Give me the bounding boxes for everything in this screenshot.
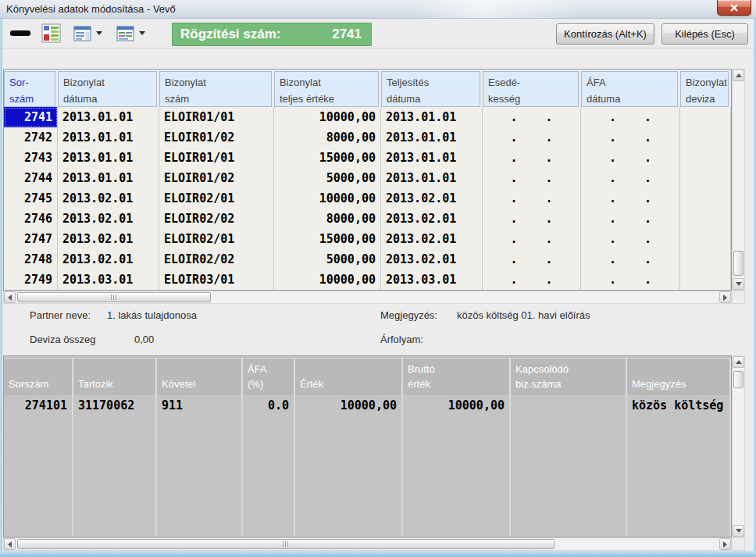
grid-cell[interactable]: . .	[581, 209, 680, 229]
scroll-down-button[interactable]	[733, 278, 744, 290]
grid-cell[interactable]	[680, 188, 731, 209]
grid-cell[interactable]: 10000,00	[403, 395, 511, 416]
window-list-dropdown-icon[interactable]	[96, 31, 102, 35]
grid-cell[interactable]: 10000,00	[274, 188, 381, 209]
main-grid-hscrollbar[interactable]	[3, 291, 732, 304]
grid-cell[interactable]: 274101	[4, 395, 73, 416]
grid-cell[interactable]: . .	[483, 209, 581, 229]
window-list-toolbar-button[interactable]	[72, 23, 93, 45]
main-grid-row[interactable]: 27492013.03.01ELOIR03/0110000,002013.03.…	[4, 270, 731, 290]
grid-cell[interactable]: 2013.01.01	[381, 127, 483, 148]
grid-cell[interactable]: . .	[483, 148, 581, 168]
main-grid-row[interactable]: 27422013.01.01ELOIR01/028000,002013.01.0…	[4, 127, 731, 148]
dash-toolbar-button[interactable]	[9, 23, 32, 45]
scroll-up-button[interactable]	[733, 70, 744, 81]
grid-cell[interactable]: 2013.02.01	[58, 249, 159, 270]
grid-cell[interactable]: . .	[483, 249, 581, 270]
grid-cell[interactable]	[680, 270, 731, 290]
grid-cell[interactable]: 2747	[4, 229, 58, 249]
scroll-up-button[interactable]	[733, 356, 744, 368]
grid-cell[interactable]: 2748	[4, 249, 58, 270]
grid-cell[interactable]	[680, 229, 731, 249]
grid-cell[interactable]: ELOIR01/01	[159, 148, 274, 168]
hscroll-thumb[interactable]	[17, 292, 211, 302]
grid-cell[interactable]: 2013.01.01	[58, 168, 159, 188]
grid-cell[interactable]: ELOIR01/02	[159, 168, 274, 188]
grid-cell[interactable]	[680, 168, 731, 188]
detail-grid-vscrollbar[interactable]	[732, 355, 745, 537]
grid-cell[interactable]: 2743	[4, 148, 58, 168]
detail-grid-row[interactable]: 274101311700629110.010000,0010000,00közö…	[4, 395, 731, 416]
window-form-toolbar-button[interactable]	[115, 23, 136, 45]
grid-cell[interactable]: 2013.02.01	[58, 188, 159, 209]
grid-cell[interactable]: 2013.02.01	[381, 249, 483, 270]
grid-cell[interactable]: . .	[581, 127, 680, 148]
grid-cell[interactable]: 0.0	[243, 395, 295, 416]
grid-cell[interactable]: 2013.03.01	[58, 270, 159, 290]
vscroll-thumb[interactable]	[733, 251, 744, 276]
grid-cell[interactable]: 8000,00	[274, 209, 381, 229]
grid-cell[interactable]: 911	[157, 395, 243, 416]
grid-cell[interactable]: 2742	[4, 127, 58, 148]
grid-cell[interactable]: . .	[483, 127, 581, 148]
grid-cell[interactable]: 2013.02.01	[58, 229, 159, 249]
grid-cell[interactable]: . .	[581, 249, 680, 270]
close-button[interactable]	[717, 0, 751, 16]
grid-cell[interactable]: 2013.02.01	[381, 229, 483, 249]
grid-cell[interactable]: . .	[581, 107, 680, 127]
grid-cell[interactable]: 15000,00	[274, 148, 381, 168]
grid-cell[interactable]: ELOIR02/02	[159, 249, 274, 270]
grid-cell[interactable]: ELOIR02/01	[159, 188, 274, 209]
grid-cell[interactable]: 2013.01.01	[381, 107, 483, 127]
grid-cell[interactable]: 2749	[4, 270, 58, 290]
grid-cell[interactable]: 2013.02.01	[58, 209, 159, 229]
grid-cell[interactable]: . .	[581, 270, 680, 290]
grid-cell[interactable]: 2741	[4, 107, 58, 127]
grid-cell[interactable]: . .	[581, 229, 680, 249]
kilepes-button[interactable]: Kilépés (Esc)	[662, 23, 748, 45]
grid-cell[interactable]	[680, 107, 731, 127]
grid-cell[interactable]	[511, 395, 627, 416]
grid-cell[interactable]: . .	[483, 229, 581, 249]
grid-cell[interactable]: ELOIR02/02	[159, 209, 274, 229]
hscroll-thumb[interactable]	[17, 539, 555, 549]
grid-cell[interactable]	[680, 148, 731, 168]
kontirozas-button[interactable]: Kontírozás (Alt+K)	[556, 23, 654, 45]
window-form-dropdown-icon[interactable]	[139, 31, 145, 35]
grid-cell[interactable]: 2013.01.01	[381, 168, 483, 188]
grid-cell[interactable]: . .	[483, 168, 581, 188]
grid-cell[interactable]: 2745	[4, 188, 58, 209]
grid-cell[interactable]: . .	[581, 148, 680, 168]
main-grid-row[interactable]: 27432013.01.01ELOIR01/0115000,002013.01.…	[4, 148, 731, 168]
grid-cell[interactable]: 2013.01.01	[58, 107, 159, 127]
grid-cell[interactable]: 2013.02.01	[381, 209, 483, 229]
main-grid-row[interactable]: 27452013.02.01ELOIR02/0110000,002013.02.…	[4, 188, 731, 209]
grid-cell[interactable]: 10000,00	[295, 395, 403, 416]
main-grid-row[interactable]: 27462013.02.01ELOIR02/028000,002013.02.0…	[4, 209, 731, 229]
grid-cell[interactable]: közös költség	[627, 395, 731, 416]
grid-cell[interactable]	[680, 249, 731, 270]
detail-grid-hscrollbar[interactable]	[3, 537, 732, 551]
grid-cell[interactable]: . .	[483, 270, 581, 290]
grid-cell[interactable]: 10000,00	[274, 270, 381, 290]
grid-cell[interactable]: ELOIR01/01	[159, 107, 274, 127]
grid-cell[interactable]: 10000,00	[274, 107, 381, 127]
grid-cell[interactable]: 5000,00	[274, 168, 381, 188]
grid-cell[interactable]: ELOIR03/01	[159, 270, 274, 290]
grid-cell[interactable]: 5000,00	[274, 249, 381, 270]
grid-cell[interactable]: . .	[581, 168, 680, 188]
grid-cell[interactable]: 2746	[4, 209, 58, 229]
scroll-right-button[interactable]	[719, 291, 731, 303]
grid-cell[interactable]: 31170062	[73, 395, 157, 416]
scroll-right-button[interactable]	[719, 538, 731, 550]
datasheet-toolbar-button[interactable]	[40, 23, 62, 45]
scroll-down-button[interactable]	[733, 525, 744, 537]
grid-cell[interactable]: ELOIR02/01	[159, 229, 274, 249]
vscroll-thumb[interactable]	[733, 371, 744, 388]
main-grid-row[interactable]: 27442013.01.01ELOIR01/025000,002013.01.0…	[4, 168, 731, 188]
grid-cell[interactable]: 2013.02.01	[381, 188, 483, 209]
main-grid-row[interactable]: 27472013.02.01ELOIR02/0115000,002013.02.…	[4, 229, 731, 249]
grid-cell[interactable]: . .	[483, 188, 581, 209]
main-grid-vscrollbar[interactable]	[732, 69, 745, 291]
grid-cell[interactable]: 2744	[4, 168, 58, 188]
